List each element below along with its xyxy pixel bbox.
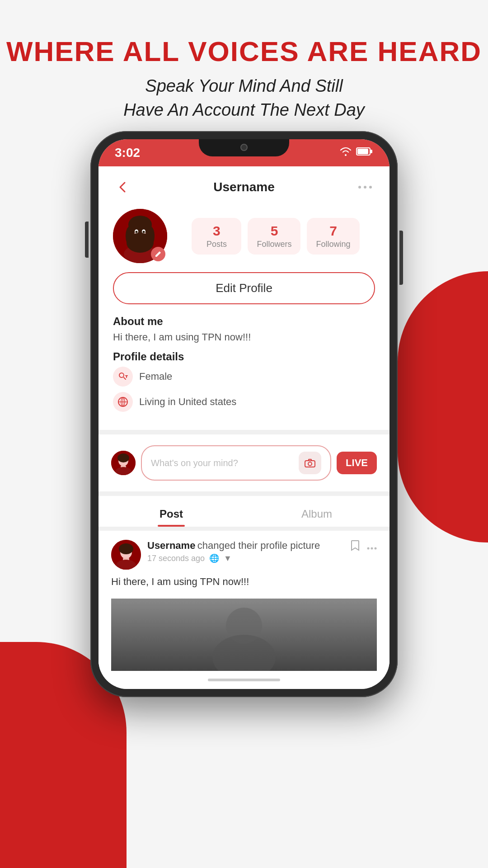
post-more-button[interactable]: [367, 541, 377, 553]
post-time: 17 seconds ago: [147, 554, 205, 563]
battery-icon: [356, 146, 373, 159]
camera-button[interactable]: [299, 452, 321, 474]
post-input-bar: What's on your mind? LIVE: [99, 438, 389, 488]
post-header: Username changed their profile picture 1…: [111, 540, 377, 570]
post-image: [111, 599, 377, 671]
gender-text: Female: [139, 371, 172, 382]
live-button[interactable]: LIVE: [337, 452, 377, 474]
post-user-details: Username changed their profile picture 1…: [147, 540, 320, 563]
svg-point-19: [127, 233, 154, 253]
page-header: WHERE ALL VOICES ARE HEARD Speak Your Mi…: [0, 0, 488, 136]
svg-point-3: [358, 186, 361, 189]
followers-label: Followers: [257, 240, 291, 249]
stat-followers[interactable]: 5 Followers: [248, 218, 300, 255]
status-icons: [340, 146, 373, 159]
about-title: About me: [113, 315, 375, 328]
svg-point-15: [143, 231, 145, 233]
stats-row: 3 Posts 5 Followers 7 Following: [176, 218, 375, 255]
svg-point-27: [117, 453, 129, 462]
svg-point-31: [308, 462, 312, 466]
svg-point-14: [136, 231, 138, 233]
divider-1: [99, 430, 389, 434]
back-button[interactable]: [113, 177, 133, 197]
svg-point-38: [371, 547, 373, 550]
detail-gender: Female: [113, 367, 375, 387]
bookmark-icon[interactable]: [351, 540, 360, 554]
svg-point-37: [367, 547, 370, 550]
stat-posts[interactable]: 3 Posts: [192, 218, 241, 255]
detail-location: Living in United states: [113, 392, 375, 412]
app-content: Username: [99, 166, 389, 671]
post-input-avatar: [111, 451, 136, 475]
wifi-icon: [340, 146, 352, 159]
phone-mockup: 3:02: [90, 131, 398, 697]
tabs-row: Post Album: [99, 500, 389, 527]
home-indicator: [99, 671, 389, 689]
headline: WHERE ALL VOICES ARE HEARD: [0, 36, 488, 67]
svg-point-39: [375, 547, 377, 550]
status-time: 3:02: [115, 146, 140, 160]
profile-section: 3 Posts 5 Followers 7 Following: [99, 204, 389, 272]
svg-point-5: [369, 186, 372, 189]
post-user-info: Username changed their profile picture 1…: [111, 540, 320, 570]
posts-count: 3: [201, 223, 232, 239]
post-user-avatar: [111, 540, 141, 570]
phone-screen: 3:02: [99, 139, 389, 689]
about-section: About me Hi there, I am using TPN now!!!…: [99, 315, 389, 426]
followers-count: 5: [257, 223, 291, 239]
profile-details-title: Profile details: [113, 350, 375, 363]
divider-3: [99, 527, 389, 531]
location-text: Living in United states: [139, 396, 236, 408]
subheadline-line1: Speak Your Mind And Still: [145, 76, 343, 95]
post-input-placeholder: What's on your mind?: [151, 458, 238, 468]
divider-2: [99, 491, 389, 496]
phone-shell: 3:02: [90, 131, 398, 697]
post-action: changed their profile picture: [197, 540, 320, 551]
svg-point-20: [119, 373, 124, 377]
tab-post[interactable]: Post: [99, 500, 244, 527]
post-input-field[interactable]: What's on your mind?: [141, 445, 331, 481]
post-meta: 17 seconds ago 🌐 ▼: [147, 553, 320, 563]
bg-decoration-right: [398, 271, 488, 542]
svg-rect-2: [370, 150, 372, 153]
top-nav: Username: [99, 166, 389, 204]
tab-album[interactable]: Album: [244, 500, 389, 527]
post-username: Username: [147, 540, 195, 551]
edit-avatar-button[interactable]: [151, 247, 165, 261]
about-text: Hi there, I am using TPN now!!!: [113, 331, 375, 343]
svg-rect-1: [357, 149, 368, 154]
location-icon: [113, 392, 133, 412]
post-card: Username changed their profile picture 1…: [99, 531, 389, 671]
subheadline: Speak Your Mind And Still Have An Accoun…: [0, 74, 488, 122]
posts-label: Posts: [201, 240, 232, 249]
post-actions: [351, 540, 377, 554]
notch: [199, 139, 289, 156]
edit-profile-button[interactable]: Edit Profile: [113, 272, 375, 304]
following-label: Following: [316, 240, 350, 249]
following-count: 7: [316, 223, 350, 239]
visibility-dropdown[interactable]: ▼: [224, 554, 232, 563]
stat-following[interactable]: 7 Following: [307, 218, 359, 255]
post-body: Hi there, I am using TPN now!!!: [111, 576, 377, 594]
svg-point-34: [119, 543, 133, 554]
more-button[interactable]: [355, 177, 375, 197]
svg-point-4: [364, 186, 366, 189]
nav-title: Username: [213, 180, 274, 194]
gender-icon: [113, 367, 133, 387]
subheadline-line2: Have An Account The Next Day: [123, 100, 365, 119]
status-bar: 3:02: [99, 139, 389, 166]
home-bar: [208, 679, 280, 681]
avatar-wrapper: [113, 209, 167, 263]
notch-camera: [240, 144, 248, 151]
globe-icon: 🌐: [209, 553, 219, 563]
